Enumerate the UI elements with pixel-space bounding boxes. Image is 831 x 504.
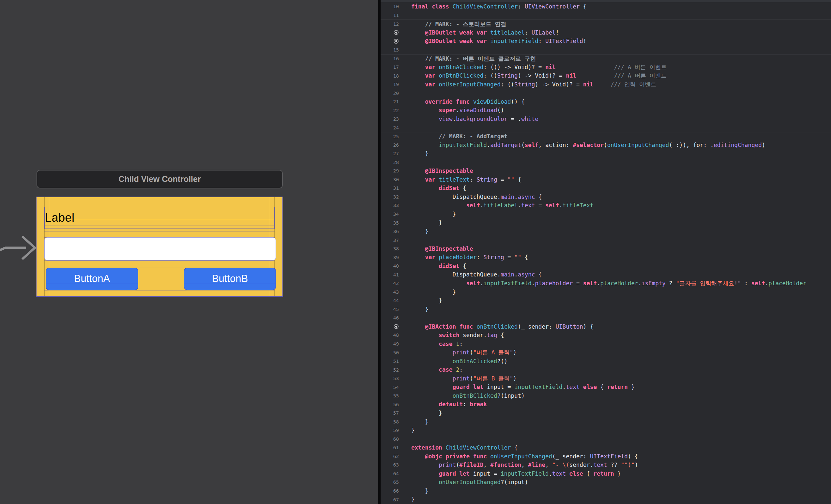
code-line[interactable]: 11 xyxy=(381,11,831,20)
code-line[interactable]: 40 didSet { xyxy=(381,262,831,271)
line-number[interactable]: 56 xyxy=(381,402,402,407)
line-number[interactable]: 31 xyxy=(381,185,402,191)
line-number[interactable]: 46 xyxy=(381,315,402,321)
line-number[interactable]: 11 xyxy=(381,13,402,18)
line-number[interactable]: 39 xyxy=(381,255,402,260)
line-number[interactable]: 48 xyxy=(381,332,402,338)
line-number[interactable]: 18 xyxy=(381,73,402,79)
line-number[interactable]: 21 xyxy=(381,99,402,104)
code-line[interactable]: 46 xyxy=(381,314,831,322)
code-line[interactable]: @IBAction func onBtnClicked(_ sender: UI… xyxy=(381,322,831,331)
line-number[interactable]: 12 xyxy=(381,22,402,27)
code-line[interactable]: 60 xyxy=(381,435,831,444)
code-line[interactable]: 57 } xyxy=(381,409,831,418)
code-line[interactable]: 36 } xyxy=(381,227,831,236)
code-line[interactable]: 63 print(#fileID, #function, #line, "- \… xyxy=(381,461,831,469)
code-line[interactable]: 10final class ChildViewController: UIVie… xyxy=(381,2,831,11)
line-number[interactable]: 15 xyxy=(381,47,402,53)
code-line[interactable]: 50 print("버튼 A 클릭") xyxy=(381,348,831,357)
code-line[interactable]: 26 inputTextField.addTarget(self, action… xyxy=(381,141,831,150)
storyboard-entry-arrow-icon[interactable] xyxy=(0,233,36,264)
line-number[interactable]: 38 xyxy=(381,246,402,251)
line-number[interactable]: 24 xyxy=(381,125,402,130)
code-line[interactable]: 59} xyxy=(381,426,831,435)
code-line[interactable]: 52 case 2: xyxy=(381,365,831,374)
line-number[interactable]: 51 xyxy=(381,359,402,364)
line-number[interactable]: 28 xyxy=(381,160,402,165)
code-line[interactable]: 49 case 1: xyxy=(381,340,831,349)
line-number[interactable]: 58 xyxy=(381,419,402,424)
line-number[interactable]: 27 xyxy=(381,151,402,156)
code-line[interactable]: 30 var titleText: String = "" { xyxy=(381,175,831,184)
line-number[interactable]: 63 xyxy=(381,462,402,468)
code-line[interactable]: 48 switch sender.tag { xyxy=(381,331,831,340)
button-a[interactable]: ButtonA xyxy=(46,268,138,290)
code-line[interactable]: @IBOutlet weak var inputTextField: UITex… xyxy=(381,37,831,46)
line-number[interactable]: 41 xyxy=(381,272,402,277)
code-line[interactable]: 20 xyxy=(381,89,831,97)
view-controller-header[interactable]: Child View Controller xyxy=(36,170,283,188)
code-line[interactable]: 32 DispatchQueue.main.async { xyxy=(381,193,831,202)
code-line[interactable]: 16 // MARK: - 버튼 이벤트 클로저로 구현 xyxy=(381,54,831,63)
code-line[interactable]: 65 onUserInputChanged?(input) xyxy=(381,478,831,487)
code-line[interactable]: 19 var onUserInputChanged: ((String) -> … xyxy=(381,80,831,89)
line-number[interactable]: 30 xyxy=(381,177,402,182)
line-number[interactable]: 55 xyxy=(381,393,402,398)
line-number[interactable]: 65 xyxy=(381,479,402,485)
code-line[interactable]: 21 override func viewDidLoad() { xyxy=(381,97,831,106)
code-line[interactable]: 37 xyxy=(381,236,831,244)
line-number[interactable]: 36 xyxy=(381,229,402,234)
code-line[interactable]: 24 xyxy=(381,123,831,132)
line-number[interactable]: 45 xyxy=(381,307,402,312)
line-number[interactable]: 25 xyxy=(381,134,402,139)
line-number[interactable]: 20 xyxy=(381,91,402,96)
code-line[interactable]: 61extension ChildViewController { xyxy=(381,443,831,452)
line-number[interactable]: 66 xyxy=(381,488,402,494)
code-lines[interactable]: 10final class ChildViewController: UIVie… xyxy=(381,2,831,504)
code-line[interactable]: 23 view.backgroundColor = .white xyxy=(381,115,831,123)
line-number[interactable]: 67 xyxy=(381,497,402,502)
line-number[interactable]: 57 xyxy=(381,410,402,416)
line-number[interactable]: 32 xyxy=(381,194,402,200)
code-line[interactable]: 53 print("버튼 B 클릭") xyxy=(381,374,831,383)
line-number[interactable]: 40 xyxy=(381,263,402,269)
line-number[interactable]: 54 xyxy=(381,385,402,390)
code-line[interactable]: 39 var placeHolder: String = "" { xyxy=(381,253,831,262)
code-line[interactable]: 44 } xyxy=(381,296,831,305)
code-line[interactable]: 38 @IBInspectable xyxy=(381,244,831,253)
line-number[interactable]: 53 xyxy=(381,376,402,381)
line-number[interactable]: 50 xyxy=(381,350,402,355)
line-number[interactable]: 61 xyxy=(381,445,402,450)
code-line[interactable]: 31 didSet { xyxy=(381,184,831,193)
line-number[interactable]: 23 xyxy=(381,116,402,122)
line-number[interactable]: 44 xyxy=(381,298,402,303)
code-line[interactable]: 15 xyxy=(381,46,831,54)
connection-indicator-icon[interactable] xyxy=(381,30,402,35)
line-number[interactable]: 42 xyxy=(381,281,402,286)
source-code-editor[interactable]: 10final class ChildViewController: UIVie… xyxy=(381,0,831,504)
code-line[interactable]: 58 } xyxy=(381,418,831,426)
code-line[interactable]: 43 } xyxy=(381,288,831,297)
code-line[interactable]: 62 @objc private func onUserInputChanged… xyxy=(381,452,831,461)
storyboard-canvas[interactable]: Child View Controller Label ButtonA Butt… xyxy=(0,0,378,504)
line-number[interactable]: 16 xyxy=(381,56,402,61)
line-number[interactable]: 29 xyxy=(381,168,402,173)
code-line[interactable]: 45 } xyxy=(381,305,831,314)
code-line[interactable]: 35 } xyxy=(381,218,831,227)
code-line[interactable]: 34 } xyxy=(381,210,831,219)
line-number[interactable]: 59 xyxy=(381,428,402,433)
connection-indicator-icon[interactable] xyxy=(381,324,402,329)
line-number[interactable]: 10 xyxy=(381,4,402,9)
code-line[interactable]: 18 var onBtnBClicked: ((String) -> Void)… xyxy=(381,71,831,80)
connection-indicator-icon[interactable] xyxy=(381,39,402,44)
line-number[interactable]: 26 xyxy=(381,143,402,148)
line-number[interactable]: 52 xyxy=(381,367,402,373)
code-line[interactable]: 41 DispatchQueue.main.async { xyxy=(381,270,831,279)
line-number[interactable]: 34 xyxy=(381,212,402,217)
line-number[interactable]: 22 xyxy=(381,108,402,113)
line-number[interactable]: 35 xyxy=(381,220,402,226)
code-line[interactable]: 25 // MARK: - AddTarget xyxy=(381,132,831,141)
code-line[interactable]: 64 guard let input = inputTextField.text… xyxy=(381,469,831,478)
line-number[interactable]: 33 xyxy=(381,203,402,208)
code-line[interactable]: 27 } xyxy=(381,149,831,158)
